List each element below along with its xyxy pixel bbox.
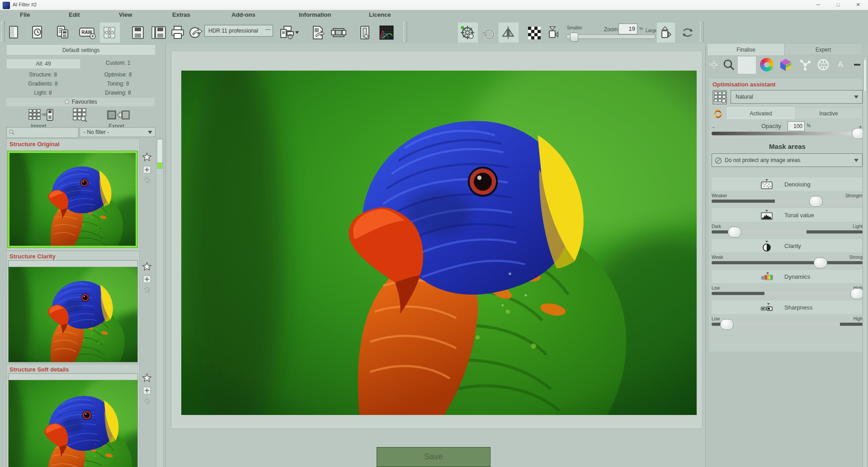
auto-optimise-helm-icon[interactable] [460, 25, 475, 40]
redo-icon[interactable] [481, 25, 496, 40]
aperture-icon[interactable] [816, 58, 830, 71]
blank-swatch-button[interactable] [737, 56, 756, 74]
raw-develop-icon[interactable]: RAW [79, 25, 97, 40]
menu-file[interactable]: File [20, 11, 30, 18]
category-light[interactable]: Light: 8 [6, 90, 80, 96]
filter-item-structure-soft-details[interactable]: Structure Soft details [6, 364, 140, 467]
assistant-grid-icon[interactable] [712, 90, 727, 105]
category-gradients[interactable]: Gradients: 8 [6, 81, 80, 87]
histogram-icon[interactable] [379, 25, 394, 40]
refresh-variant-icon[interactable] [143, 176, 151, 184]
preset-dropdown[interactable]: HDR 11 professional [204, 25, 273, 37]
filter-category-dropdown[interactable]: - No filter - [80, 127, 156, 137]
save-as-icon[interactable] [151, 25, 166, 40]
clarity-slider[interactable] [712, 261, 863, 264]
panel-scrollbar-thumb[interactable] [863, 59, 867, 92]
crop-icon[interactable] [330, 25, 348, 40]
history-icon[interactable] [30, 25, 45, 40]
denoising-header[interactable]: Denoising [712, 177, 863, 191]
zoom-slider[interactable] [566, 34, 656, 39]
favourite-star-icon[interactable] [142, 262, 152, 272]
dynamics-slider[interactable] [712, 292, 863, 295]
assistant-preset-dropdown[interactable]: Natural [731, 90, 863, 104]
add-variant-icon[interactable] [143, 166, 151, 174]
new-image-icon[interactable] [6, 25, 22, 40]
close-button[interactable]: ✕ [848, 0, 868, 10]
filter-search-input[interactable] [6, 127, 79, 138]
favourite-star-icon[interactable] [142, 152, 152, 162]
default-settings-button[interactable]: Default settings [6, 45, 156, 55]
main-image[interactable] [181, 71, 697, 415]
import-presets-icon[interactable] [28, 108, 53, 122]
menu-edit[interactable]: Edit [69, 11, 80, 18]
denoising-slider-thumb[interactable] [809, 196, 823, 207]
copy-settings-icon[interactable] [55, 25, 71, 40]
filter-thumbnail-selected[interactable] [8, 151, 137, 248]
search-presets-icon[interactable] [71, 108, 90, 122]
share-icon[interactable] [188, 25, 203, 40]
add-variant-icon[interactable] [143, 386, 151, 395]
opacity-slider[interactable] [712, 132, 863, 135]
filter-list-scrollbar[interactable] [156, 138, 164, 467]
inactive-toggle[interactable]: Inactive [795, 107, 863, 119]
sharpness-slider-thumb[interactable] [720, 319, 734, 330]
category-drawing[interactable]: Drawing: 8 [81, 90, 155, 96]
tab-finalise[interactable]: Finalise [708, 43, 784, 55]
zoom-slider-thumb[interactable] [570, 33, 578, 42]
plugin-puzzle-icon[interactable] [102, 25, 117, 40]
collapse-panel-icon[interactable] [853, 58, 861, 71]
opacity-minus[interactable]: - [712, 124, 714, 130]
zoom-input[interactable]: 19 [618, 24, 637, 34]
before-after-checker-icon[interactable] [526, 25, 542, 40]
mask-areas-dropdown[interactable]: Do not protect any image areas [712, 153, 863, 167]
category-structure[interactable]: Structure: 8 [6, 71, 80, 78]
zoom-in-projector-icon[interactable] [658, 25, 673, 40]
menu-view[interactable]: View [119, 11, 132, 18]
magnifier-icon[interactable] [722, 58, 736, 71]
export-to-device-icon[interactable] [279, 25, 299, 40]
opacity-input[interactable]: 100 [788, 121, 805, 131]
menu-licence[interactable]: Licence [369, 11, 391, 18]
clarity-slider-thumb[interactable] [814, 257, 827, 268]
sharpness-header[interactable]: Sharpness [712, 300, 863, 315]
refresh-variant-icon[interactable] [143, 285, 151, 293]
refresh-variant-icon[interactable] [143, 396, 151, 405]
tab-expert[interactable]: Expert [784, 43, 862, 55]
favourite-star-icon[interactable] [142, 373, 152, 383]
add-preset-icon[interactable] [708, 58, 719, 71]
clarity-header[interactable]: Clarity [712, 238, 863, 253]
colour-cube-icon[interactable] [779, 58, 793, 71]
save-icon[interactable] [130, 25, 146, 40]
frame-preview-icon[interactable] [357, 25, 373, 40]
reset-sync-icon[interactable] [712, 108, 723, 119]
save-button[interactable]: Save [377, 447, 491, 467]
zoom-out-projector-icon[interactable] [545, 25, 561, 40]
scrollbar-thumb[interactable] [157, 139, 163, 169]
dynamics-header[interactable]: Dynamics [712, 269, 863, 284]
activated-toggle[interactable]: Activated [727, 107, 795, 119]
panel-scrollbar[interactable] [863, 57, 868, 467]
tonal-value-header[interactable]: Tonal value [712, 208, 863, 222]
add-variant-icon[interactable] [143, 275, 151, 283]
export-presets-icon[interactable] [107, 110, 130, 121]
print-icon[interactable] [170, 25, 185, 40]
maximize-button[interactable]: □ [828, 0, 848, 10]
menu-information[interactable]: Information [299, 11, 331, 18]
menu-extras[interactable]: Extras [172, 11, 190, 18]
category-toning[interactable]: Toning: 8 [81, 81, 155, 87]
dynamics-slider-thumb[interactable] [850, 288, 864, 299]
sharpness-slider[interactable] [712, 323, 863, 326]
mirror-flip-icon[interactable] [500, 25, 516, 40]
rotate-icon[interactable] [680, 25, 695, 40]
colour-wheel-icon[interactable] [760, 58, 774, 71]
filter-thumbnail[interactable] [8, 373, 138, 467]
node-graph-icon[interactable] [798, 58, 812, 71]
filter-item-structure-clarity[interactable]: Structure Clarity [6, 251, 140, 364]
tonal-value-slider[interactable] [712, 230, 863, 234]
category-optimise[interactable]: Optimise: 8 [81, 71, 155, 78]
category-all[interactable]: All: 49 [6, 59, 80, 69]
favourites-filter-button[interactable]: Favourites [6, 98, 155, 106]
filter-item-structure-original[interactable]: Structure Original [6, 138, 140, 251]
image-export-icon[interactable] [310, 25, 326, 40]
tonal-value-slider-thumb[interactable] [728, 227, 741, 238]
